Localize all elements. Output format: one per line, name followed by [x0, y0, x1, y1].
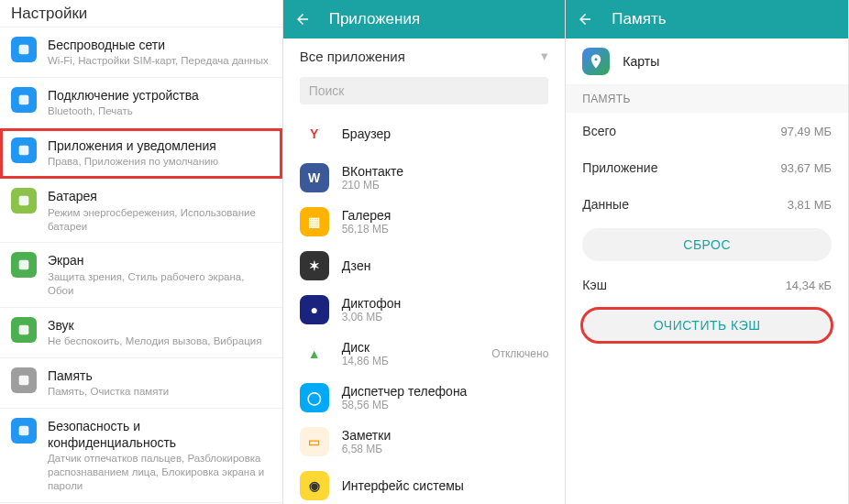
settings-row-4[interactable]: Экран Защита зрения, Стиль рабочего экра…: [0, 243, 282, 307]
app-icon: ▭: [300, 427, 329, 456]
bt-icon: [11, 87, 37, 113]
app-title: Браузер: [342, 126, 549, 141]
screen-icon: [11, 252, 37, 278]
setting-title: Беспроводные сети: [48, 37, 271, 53]
batt-icon: [11, 188, 37, 214]
app-row-4[interactable]: ● Диктофон 3,06 МБ: [283, 288, 566, 332]
app-icon: ◯: [300, 383, 329, 412]
setting-sub: Режим энергосбережения, Использование ба…: [48, 206, 271, 234]
app-row-1[interactable]: W ВКонтакте 210 МБ: [283, 156, 566, 200]
app-size: 14,86 МБ: [342, 355, 491, 367]
panel-title: Настройки: [0, 0, 282, 27]
search-input[interactable]: Поиск: [300, 77, 549, 104]
svg-rect-3: [19, 196, 29, 206]
app-size: 58,56 МБ: [342, 399, 549, 411]
settings-row-7[interactable]: Безопасность и конфиденциальность Датчик…: [0, 409, 282, 503]
setting-title: Приложения и уведомления: [48, 137, 271, 154]
svg-rect-4: [19, 260, 29, 270]
settings-row-1[interactable]: Подключение устройства Bluetooth, Печать: [0, 78, 282, 128]
app-name: Карты: [623, 54, 659, 69]
app-icon: ▦: [300, 207, 329, 236]
app-icon: ●: [300, 295, 329, 324]
svg-rect-5: [19, 324, 29, 334]
back-icon[interactable]: [294, 11, 311, 27]
app-icon: ✶: [300, 251, 329, 280]
app-icon: W: [300, 163, 329, 192]
app-header[interactable]: Карты: [566, 38, 848, 85]
clear-cache-button[interactable]: ОЧИСТИТЬ КЭШ: [582, 309, 832, 342]
svg-rect-1: [19, 95, 29, 105]
setting-sub: Bluetooth, Печать: [48, 104, 271, 118]
setting-sub: Права, Приложения по умолчанию: [48, 155, 271, 169]
cache-row: Кэш 14,34 кБ: [566, 267, 848, 303]
setting-sub: Память, Очистка памяти: [48, 385, 271, 399]
settings-row-6[interactable]: Память Память, Очистка памяти: [0, 358, 282, 409]
chevron-down-icon: ▾: [541, 48, 548, 64]
storage-row-0: Всего97,49 МБ: [566, 113, 848, 149]
app-title: Заметки: [342, 428, 549, 443]
reset-button[interactable]: СБРОС: [582, 228, 832, 261]
maps-icon: [582, 48, 610, 75]
app-row-2[interactable]: ▦ Галерея 56,18 МБ: [283, 200, 566, 244]
sound-icon: [11, 317, 37, 343]
back-icon[interactable]: [577, 11, 593, 27]
setting-title: Подключение устройства: [48, 87, 271, 104]
app-size: 210 МБ: [342, 179, 549, 192]
settings-row-3[interactable]: Батарея Режим энергосбережения, Использо…: [0, 179, 282, 243]
storage-row-2: Данные3,81 МБ: [566, 186, 848, 223]
settings-list: Беспроводные сети Wi-Fi, Настройки SIM-к…: [0, 27, 282, 504]
section-label: ПАМЯТЬ: [566, 85, 848, 113]
app-row-3[interactable]: ✶ Дзен: [283, 244, 566, 288]
app-row-0[interactable]: Y Браузер: [283, 112, 566, 156]
svg-rect-0: [19, 45, 29, 55]
wifi-icon: [11, 37, 37, 62]
setting-title: Батарея: [48, 188, 271, 204]
storage-panel: Память Карты ПАМЯТЬ Всего97,49 МБПриложе…: [566, 0, 849, 504]
setting-title: Экран: [48, 252, 271, 268]
app-size: 3,06 МБ: [342, 311, 549, 323]
filter-label: Все приложения: [300, 49, 405, 64]
app-size: 6,58 МБ: [342, 443, 549, 455]
setting-sub: Не беспокоить, Мелодия вызова, Вибрация: [48, 334, 271, 348]
setting-sub: Защита зрения, Стиль рабочего экрана, Об…: [48, 270, 271, 298]
app-row-5[interactable]: ▲ Диск 14,86 МБ Отключено: [283, 332, 566, 376]
storage-header: Память: [566, 0, 848, 38]
mem-icon: [11, 367, 37, 393]
sec-icon: [11, 418, 37, 444]
app-title: Диск: [342, 340, 491, 355]
app-size: 56,18 МБ: [342, 223, 549, 236]
app-title: Галерея: [342, 208, 549, 223]
app-row-8[interactable]: ◉ Интерфейс системы: [283, 464, 566, 504]
storage-row-1: Приложение93,67 МБ: [566, 149, 848, 186]
app-row-7[interactable]: ▭ Заметки 6,58 МБ: [283, 420, 566, 464]
svg-rect-7: [19, 425, 29, 435]
settings-row-0[interactable]: Беспроводные сети Wi-Fi, Настройки SIM-к…: [0, 27, 282, 78]
storage-title: Память: [612, 10, 666, 28]
svg-rect-6: [19, 375, 29, 385]
setting-sub: Датчик отпечатков пальцев, Разблокировка…: [48, 452, 271, 493]
setting-sub: Wi-Fi, Настройки SIM-карт, Передача данн…: [48, 54, 271, 68]
app-title: Диктофон: [342, 296, 549, 311]
app-title: Диспетчер телефона: [342, 384, 549, 399]
apps-title: Приложения: [329, 10, 420, 28]
app-status: Отключено: [491, 347, 548, 360]
setting-title: Безопасность и конфиденциальность: [48, 418, 271, 451]
apps-list: Y Браузер W ВКонтакте 210 МБ ▦ Галерея 5…: [283, 112, 566, 504]
settings-row-5[interactable]: Звук Не беспокоить, Мелодия вызова, Вибр…: [0, 308, 282, 358]
setting-title: Память: [48, 367, 271, 384]
svg-rect-2: [19, 146, 29, 156]
app-icon: ▲: [300, 339, 329, 368]
app-row-6[interactable]: ◯ Диспетчер телефона 58,56 МБ: [283, 376, 566, 420]
app-icon: Y: [300, 119, 329, 148]
apps-filter-dropdown[interactable]: Все приложения ▾: [283, 38, 566, 73]
apps-header: Приложения: [283, 0, 566, 38]
settings-panel: Настройки Беспроводные сети Wi-Fi, Настр…: [0, 0, 283, 504]
apps-icon: [11, 137, 37, 163]
app-title: Дзен: [342, 258, 549, 273]
apps-panel: Приложения Все приложения ▾ Поиск Y Брау…: [283, 0, 567, 504]
app-title: Интерфейс системы: [342, 478, 549, 493]
app-icon: ◉: [300, 471, 329, 500]
setting-title: Звук: [48, 317, 271, 334]
settings-row-2[interactable]: Приложения и уведомления Права, Приложен…: [0, 128, 282, 179]
app-title: ВКонтакте: [342, 164, 549, 179]
